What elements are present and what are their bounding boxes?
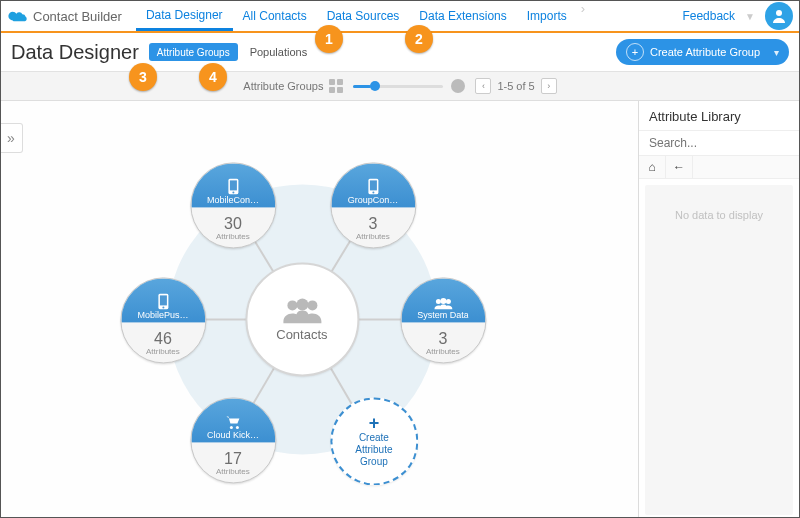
plus-icon: + [369,414,380,432]
nav-all-contacts[interactable]: All Contacts [233,1,317,31]
svg-point-15 [372,191,374,193]
create-button-caret-icon: ▾ [774,47,779,58]
svg-point-16 [435,299,440,304]
people-icon [281,297,323,323]
create-attribute-group-button[interactable]: + Create Attribute Group ▾ [616,39,789,65]
grid-view-icon[interactable] [329,79,343,93]
subtab-attribute-groups[interactable]: Attribute Groups [149,43,238,61]
app-name: Contact Builder [33,9,122,24]
pager: ‹ 1-5 of 5 › [475,78,556,94]
svg-rect-11 [229,180,236,190]
feedback-caret-icon[interactable]: ▼ [745,11,755,22]
page-header: Data Designer Attribute Groups Populatio… [1,33,799,72]
callout-3: 3 [129,63,157,91]
create-button-label: Create Attribute Group [650,46,760,58]
node-create-attribute-group[interactable]: + Create Attribute Group [330,397,414,481]
pager-info: 1-5 of 5 [495,80,536,92]
home-icon[interactable]: ⌂ [639,156,666,178]
node-group-connect[interactable]: GroupCon… 3Attributes [330,162,414,246]
zoom-slider[interactable] [353,85,443,88]
svg-point-12 [232,191,234,193]
svg-point-8 [296,298,308,310]
back-icon[interactable]: ← [666,156,693,178]
pager-prev-button[interactable]: ‹ [475,78,491,94]
expand-left-panel-button[interactable]: » [1,123,23,153]
svg-point-18 [445,299,450,304]
callout-1: 1 [315,25,343,53]
search-input[interactable] [647,135,800,151]
top-navbar: Contact Builder Data Designer All Contac… [1,1,799,33]
feedback-link[interactable]: Feedback [682,9,735,23]
svg-point-0 [776,10,782,16]
svg-rect-14 [369,180,376,190]
node-cloud-kicks[interactable]: Cloud Kick… 17Attributes [190,397,274,481]
nav-overflow-icon[interactable]: › [577,1,589,31]
plus-icon: + [626,43,644,61]
subtab-populations[interactable]: Populations [250,46,308,58]
svg-point-17 [440,298,446,304]
nav-data-designer[interactable]: Data Designer [136,1,233,31]
contacts-center-node[interactable]: Contacts [245,262,359,376]
attribute-graph: Contacts MobileCon… 30Attributes GroupCo… [82,109,522,518]
pager-next-button[interactable]: › [541,78,557,94]
node-system-data[interactable]: System Data 3Attributes [400,277,484,361]
attribute-library-panel: Attribute Library 🔍 ⌂ ← No data to displ… [638,101,799,518]
library-empty-state: No data to display [645,185,793,515]
callout-4: 4 [199,63,227,91]
library-breadcrumb: ⌂ ← [639,156,799,179]
center-label: Contacts [276,327,327,342]
toolbar-label: Attribute Groups [243,80,323,92]
node-mobile-connect[interactable]: MobileCon… 30Attributes [190,162,274,246]
svg-point-9 [307,300,317,310]
salesforce-cloud-icon [7,9,29,23]
canvas[interactable]: » Contacts [1,101,638,518]
svg-rect-22 [159,295,166,305]
canvas-toolbar: Attribute Groups ‹ 1-5 of 5 › [1,72,799,101]
callout-2: 2 [405,25,433,53]
svg-point-19 [229,426,232,429]
zoom-max-icon[interactable] [451,79,465,93]
user-avatar[interactable] [765,2,793,30]
svg-point-20 [235,426,238,429]
nav-imports[interactable]: Imports [517,1,577,31]
primary-nav: Data Designer All Contacts Data Sources … [136,1,589,31]
svg-point-7 [287,300,297,310]
library-title: Attribute Library [639,101,799,131]
node-mobile-push[interactable]: MobilePus… 46Attributes [120,277,204,361]
library-search: 🔍 [639,131,799,156]
page-title: Data Designer [11,41,139,64]
svg-point-23 [162,306,164,308]
